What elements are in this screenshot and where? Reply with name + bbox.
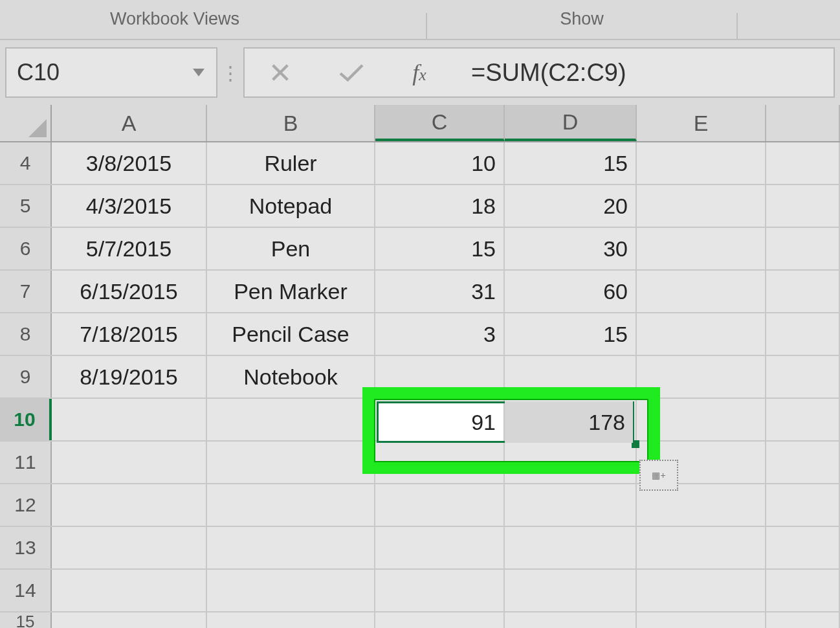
cell[interactable]: 30 [505, 228, 637, 269]
row-header[interactable]: 7 [0, 271, 52, 312]
cell[interactable] [766, 313, 840, 355]
autofill-options-button[interactable]: ▦+ [639, 460, 678, 491]
row-header[interactable]: 13 [0, 527, 52, 568]
cell[interactable]: 60 [505, 271, 637, 312]
cell[interactable] [637, 185, 766, 227]
cell[interactable]: Ruler [207, 142, 375, 184]
cell[interactable] [766, 612, 840, 628]
cell[interactable]: Pencil Case [207, 313, 375, 355]
cell[interactable] [766, 442, 840, 483]
cell[interactable] [505, 484, 637, 526]
cell[interactable] [52, 612, 207, 628]
cell[interactable] [637, 570, 766, 611]
row-header[interactable]: 4 [0, 142, 52, 184]
cell[interactable] [52, 399, 207, 440]
row-header[interactable]: 8 [0, 313, 52, 355]
cell[interactable] [766, 570, 840, 611]
cell[interactable] [505, 527, 637, 568]
cell[interactable] [375, 399, 505, 440]
column-header-d[interactable]: D [505, 105, 637, 141]
cell[interactable] [375, 356, 505, 398]
cell[interactable] [637, 527, 766, 568]
cell[interactable] [766, 399, 840, 440]
cell[interactable] [207, 612, 375, 628]
cell[interactable]: 15 [375, 228, 505, 269]
cell[interactable] [375, 527, 505, 568]
row-header[interactable]: 11 [0, 442, 52, 483]
cell[interactable] [766, 356, 840, 398]
chevron-down-icon[interactable] [193, 69, 204, 76]
row-header[interactable]: 9 [0, 356, 52, 398]
row-header[interactable]: 10 [0, 399, 52, 440]
cell[interactable] [766, 228, 840, 269]
cell[interactable] [375, 570, 505, 611]
cell[interactable] [505, 612, 637, 628]
cell[interactable]: Pen Marker [207, 271, 375, 312]
cancel-button[interactable] [245, 49, 316, 96]
cell[interactable] [637, 356, 766, 398]
cell[interactable] [52, 442, 207, 483]
cell[interactable]: 10 [375, 142, 505, 184]
cell[interactable]: 5/7/2015 [52, 228, 207, 269]
cell[interactable]: 18 [375, 185, 505, 227]
cell[interactable]: 8/19/2015 [52, 356, 207, 398]
cell[interactable] [207, 399, 375, 440]
insert-function-button[interactable]: fx [387, 49, 452, 96]
row-header[interactable]: 5 [0, 185, 52, 227]
name-box[interactable]: C10 [5, 47, 217, 98]
cell[interactable] [52, 570, 207, 611]
cell[interactable] [375, 484, 505, 526]
cell[interactable]: 20 [505, 185, 637, 227]
cell[interactable]: 7/18/2015 [52, 313, 207, 355]
column-header-c[interactable]: C [375, 105, 505, 141]
cell[interactable] [207, 570, 375, 611]
column-header-b[interactable]: B [207, 105, 375, 141]
cell[interactable] [637, 399, 766, 440]
cell[interactable]: 15 [505, 313, 637, 355]
cell[interactable] [207, 527, 375, 568]
grid-body[interactable]: 4 3/8/2015 Ruler 10 15 5 4/3/2015 Notepa… [0, 142, 840, 628]
formula-input[interactable]: =SUM(C2:C9) [452, 47, 835, 98]
cell[interactable] [766, 484, 840, 526]
cell[interactable] [637, 271, 766, 312]
cell[interactable]: 3/8/2015 [52, 142, 207, 184]
cell[interactable] [375, 612, 505, 628]
cell[interactable]: Notebook [207, 356, 375, 398]
spreadsheet-grid[interactable]: A B C D E 4 3/8/2015 Ruler 10 15 5 4/3/2… [0, 105, 840, 628]
cell[interactable]: 15 [505, 142, 637, 184]
enter-button[interactable] [316, 49, 387, 96]
cell[interactable] [375, 442, 505, 483]
cell[interactable]: 31 [375, 271, 505, 312]
row-header[interactable]: 15 [0, 612, 52, 628]
cell[interactable] [766, 142, 840, 184]
cell[interactable]: Notepad [207, 185, 375, 227]
cell[interactable] [637, 228, 766, 269]
cell[interactable]: 4/3/2015 [52, 185, 207, 227]
row-header[interactable]: 6 [0, 228, 52, 269]
cell[interactable] [766, 527, 840, 568]
column-header-f[interactable] [766, 105, 840, 141]
column-header-e[interactable]: E [637, 105, 766, 141]
cell[interactable] [207, 442, 375, 483]
cell[interactable] [766, 185, 840, 227]
grid-row: 9 8/19/2015 Notebook [0, 356, 840, 399]
cell[interactable] [207, 484, 375, 526]
cell[interactable]: 3 [375, 313, 505, 355]
cell[interactable]: 6/15/2015 [52, 271, 207, 312]
column-header-a[interactable]: A [52, 105, 207, 141]
cell[interactable] [505, 356, 637, 398]
cell[interactable] [637, 612, 766, 628]
select-all-corner[interactable] [0, 105, 52, 141]
row-header[interactable]: 14 [0, 570, 52, 611]
cell[interactable] [505, 442, 637, 483]
cell[interactable] [505, 399, 637, 440]
cell[interactable] [637, 142, 766, 184]
cell[interactable] [52, 527, 207, 568]
row-header[interactable]: 12 [0, 484, 52, 526]
cell[interactable] [52, 484, 207, 526]
cell[interactable] [766, 271, 840, 312]
cell[interactable] [505, 570, 637, 611]
grid-row: 13 [0, 527, 840, 570]
cell[interactable] [637, 313, 766, 355]
cell[interactable]: Pen [207, 228, 375, 269]
